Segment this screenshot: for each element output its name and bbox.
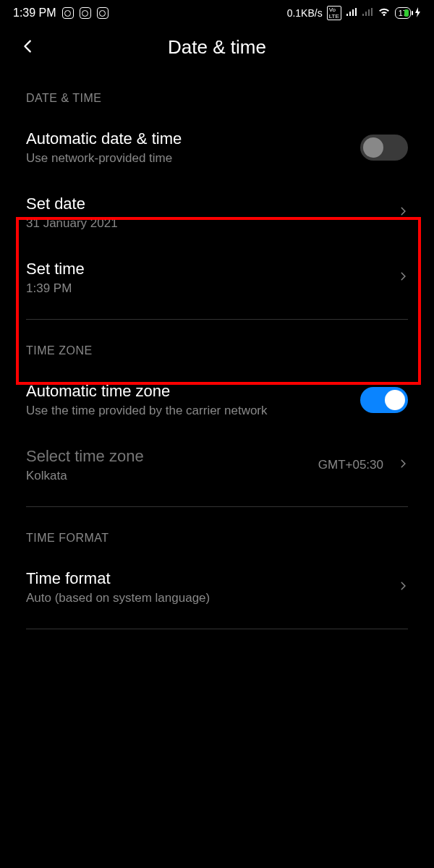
row-title: Automatic date & time bbox=[26, 129, 352, 148]
row-title: Select time zone bbox=[26, 447, 310, 466]
row-subtitle: 31 January 2021 bbox=[26, 216, 389, 231]
row-select-time-zone: Select time zone Kolkata GMT+05:30 bbox=[0, 433, 434, 498]
chevron-right-icon bbox=[398, 270, 408, 286]
divider bbox=[26, 629, 408, 629]
status-bar: 1:39 PM 0.1KB/s VoLTE 17 bbox=[0, 0, 434, 23]
row-title: Time format bbox=[26, 569, 389, 588]
row-subtitle: Use the time provided by the carrier net… bbox=[26, 404, 352, 418]
instagram-notification-icon bbox=[97, 7, 109, 19]
row-set-time[interactable]: Set time 1:39 PM bbox=[0, 245, 434, 310]
row-subtitle: 1:39 PM bbox=[26, 281, 389, 296]
row-title: Automatic time zone bbox=[26, 382, 352, 401]
row-title: Set date bbox=[26, 195, 389, 213]
status-time: 1:39 PM bbox=[13, 7, 56, 20]
section-header-time-zone: TIME ZONE bbox=[0, 328, 434, 367]
data-rate: 0.1KB/s bbox=[287, 7, 323, 19]
signal-icon-2 bbox=[362, 7, 373, 19]
divider bbox=[26, 506, 408, 507]
instagram-notification-icon bbox=[62, 7, 74, 19]
time-zone-value: GMT+05:30 bbox=[318, 458, 383, 472]
row-subtitle: Kolkata bbox=[26, 469, 310, 483]
page-title: Date & time bbox=[20, 36, 414, 59]
page-header: Date & time bbox=[0, 23, 434, 76]
row-automatic-time-zone[interactable]: Automatic time zone Use the time provide… bbox=[0, 367, 434, 433]
back-button[interactable] bbox=[20, 38, 36, 57]
toggle-knob bbox=[363, 137, 383, 158]
chevron-left-icon bbox=[20, 38, 36, 54]
chevron-right-icon bbox=[398, 457, 408, 473]
toggle-knob bbox=[385, 390, 405, 410]
section-header-time-format: TIME FORMAT bbox=[0, 516, 434, 555]
row-automatic-date-time[interactable]: Automatic date & time Use network-provid… bbox=[0, 115, 434, 180]
toggle-automatic-time-zone[interactable] bbox=[360, 387, 408, 413]
wifi-icon bbox=[378, 7, 391, 20]
row-subtitle: Auto (based on system language) bbox=[26, 591, 389, 605]
signal-icon bbox=[346, 7, 357, 19]
row-set-date[interactable]: Set date 31 January 2021 bbox=[0, 180, 434, 245]
divider bbox=[26, 319, 408, 320]
chevron-right-icon bbox=[398, 205, 408, 221]
instagram-notification-icon bbox=[80, 7, 91, 19]
volte-icon: VoLTE bbox=[327, 6, 341, 20]
section-header-date-time: DATE & TIME bbox=[0, 76, 434, 115]
charging-icon bbox=[415, 7, 421, 20]
row-subtitle: Use network-provided time bbox=[26, 151, 352, 166]
row-time-format[interactable]: Time format Auto (based on system langua… bbox=[0, 555, 434, 620]
battery-icon: 17 bbox=[395, 7, 411, 19]
row-title: Set time bbox=[26, 260, 389, 278]
chevron-right-icon bbox=[398, 579, 408, 595]
toggle-automatic-date-time[interactable] bbox=[360, 135, 408, 161]
